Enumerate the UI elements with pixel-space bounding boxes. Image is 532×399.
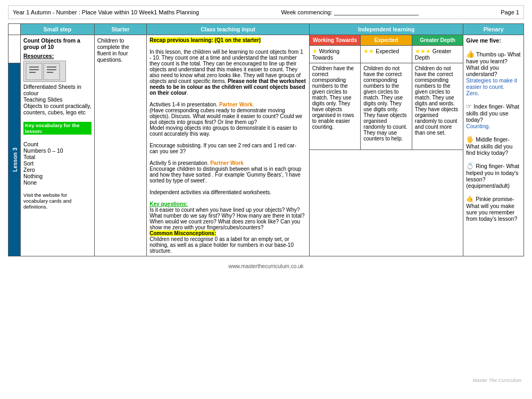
working-towards-stars: ★ Working Towards	[309, 46, 361, 63]
expected-content: Children do not have the correct corresp…	[361, 63, 412, 150]
greater-depth-content: Children do not have the correct corresp…	[412, 63, 463, 150]
svg-rect-1	[29, 66, 39, 68]
working-towards-header: Working Towards	[309, 35, 361, 46]
week-commencing: Week commencing: _______________________…	[281, 9, 419, 15]
independent-activities: Independent activities via differentiate…	[149, 189, 306, 195]
common-misconceptions: Common Misconceptions: Children need to …	[149, 230, 306, 254]
activity-5: Activity 5 in presentation. Partner Work	[149, 160, 306, 166]
worksheet-preview-icon	[25, 62, 65, 81]
activity-1-4: Activities 1-4 in presentation. Partner …	[149, 102, 306, 107]
intro-text: In this lesson, the children will be lea…	[149, 49, 306, 96]
main-table: Small step Starter Class teaching input …	[8, 23, 524, 256]
col-small-step: Small step	[21, 24, 95, 35]
middle-finger: 🖐 Middle finger- What skills did you fin…	[466, 136, 521, 156]
col-indep-learning: Independent learning	[309, 24, 463, 35]
lesson-title: Count Objects from a group of 10	[23, 37, 92, 50]
resources-label: Resources:	[23, 53, 92, 59]
index-finger: ☞ Index finger- What skills did you use …	[466, 103, 521, 123]
svg-rect-5	[47, 66, 56, 68]
greater-depth-header: Greater Depth	[412, 35, 463, 46]
svg-rect-7	[47, 72, 53, 73]
starter-cell: Children to complete the fluent in four …	[94, 35, 147, 256]
filler-row	[309, 150, 463, 256]
activity-5-detail: Encourage children to distinguish betwee…	[149, 166, 306, 184]
svg-rect-4	[44, 63, 60, 80]
svg-rect-3	[29, 72, 36, 73]
svg-rect-0	[26, 63, 42, 80]
resources-list: Differentiated Sheets in colour Teaching…	[23, 84, 92, 115]
page-header: Year 1 Autumn - Number : Place Value wit…	[8, 5, 524, 19]
col-starter: Starter	[94, 24, 147, 35]
greater-depth-stars: ★★★ Greater Depth	[412, 46, 463, 63]
expected-stars: ★★ Expected	[361, 46, 412, 63]
footer: www.masterthecurriculum.co.uk	[8, 261, 524, 272]
activity-1-4-detail: (Have corresponding cubes ready to demon…	[149, 107, 306, 137]
ring-finger: 💍 Ring finger- What helped you in today'…	[466, 162, 521, 189]
col-class-teaching: Class teaching input	[147, 24, 310, 35]
key-questions: Key questions: Is it easier to count whe…	[149, 201, 306, 230]
header-title: Year 1 Autumn - Number : Place Value wit…	[13, 9, 199, 15]
recap-label: Recap previous learning: (Q1 on the star…	[149, 37, 306, 43]
page-number: Page 1	[501, 9, 519, 15]
thumbs-up: 👍 Thumbs up- What have you learnt? What …	[466, 50, 521, 77]
class-teaching-cell: Recap previous learning: (Q1 on the star…	[147, 35, 310, 256]
zero-text: Zero.	[466, 90, 521, 96]
lesson-label: Lesson 3	[9, 63, 21, 256]
vocab-list: Count Numbers 0 – 10 Total Sort Zero Not…	[23, 141, 92, 186]
svg-rect-6	[47, 69, 56, 70]
encourage-subsisting: Encourage subsisting. If you can see 2 r…	[149, 143, 306, 154]
working-towards-content: Children have the correct corresponding …	[309, 63, 361, 150]
strategies-text: Strategies to make it easier to count.	[466, 77, 521, 90]
starter-text: Children to complete the fluent in four …	[97, 37, 129, 63]
col-plenary: Plenary	[463, 24, 524, 35]
counting-text: Counting.	[466, 123, 521, 129]
small-step-cell: Count Objects from a group of 10 Resourc…	[21, 35, 95, 256]
svg-rect-2	[29, 69, 39, 70]
pinkie: 🤙 Pinkie promise- What will you make sur…	[466, 195, 521, 222]
key-vocab-box: Key vocabulary for the lesson:	[23, 122, 92, 135]
resources-image	[23, 61, 66, 82]
plenary-cell: Give me five: 👍 Thumbs up- What have you…	[463, 35, 524, 256]
visit-text: Visit the website for vocabulary cards a…	[23, 192, 92, 210]
watermark: Master The Curriculum	[472, 378, 521, 383]
expected-header: Expected	[361, 35, 412, 46]
